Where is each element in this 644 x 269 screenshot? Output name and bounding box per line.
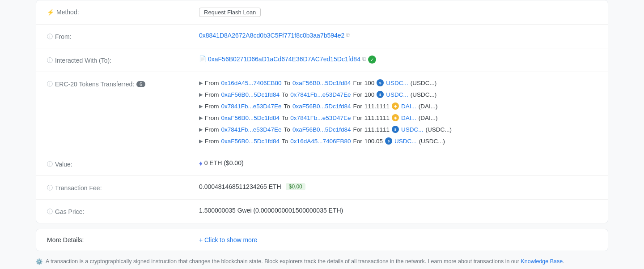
transfer-row-6: ▶ From 0xaF56B0...5Dc1fd84 To 0x16dA45..… <box>199 137 597 145</box>
for-text-1: For <box>353 80 362 86</box>
gas-price-value: 1.500000035 Gwei (0.0000000001500000035 … <box>199 207 597 214</box>
token-full-5: (USDC...) <box>426 126 452 133</box>
transfer-from-5[interactable]: 0x7841Fb...e53D47Ee <box>221 126 282 133</box>
token-link-4[interactable]: DAI... <box>401 115 416 121</box>
transfer-to-4[interactable]: 0x7841Fb...e53D47Ee <box>290 115 351 121</box>
from-text-3: From <box>205 103 219 110</box>
transfer-from-6[interactable]: 0xaF56B0...5Dc1fd84 <box>221 138 280 145</box>
from-label: ⓘ From: <box>47 32 199 41</box>
from-text-2: From <box>205 91 219 98</box>
to-text-1: To <box>284 80 290 86</box>
for-text-5: For <box>353 126 362 133</box>
dai-icon-4: ◈ <box>392 114 399 121</box>
transaction-fee-row: ⓘ Transaction Fee: 0.000481468511234265 … <box>36 176 608 200</box>
arrow-icon-2: ▶ <box>199 92 203 98</box>
token-full-2: (USDC...) <box>411 91 437 98</box>
transfer-row-4: ▶ From 0xaF56B0...5Dc1fd84 To 0x7841Fb..… <box>199 114 597 121</box>
interacted-with-address-link[interactable]: 0xaF56B0271D66aD1aCd674E36D7AC7ed15Dc1fd… <box>208 56 360 63</box>
for-text-2: For <box>353 91 362 98</box>
for-text-4: For <box>353 115 362 121</box>
usdc-icon-2: $ <box>377 91 384 98</box>
token-full-3: (DAI...) <box>419 103 438 110</box>
transfer-from-2[interactable]: 0xaF56B0...5Dc1fd84 <box>221 91 280 98</box>
knowledge-base-link[interactable]: Knowledge Base <box>521 258 563 265</box>
eth-icon: ♦ <box>199 159 203 167</box>
transaction-fee-value: 0.000481468511234265 ETH $0.00 <box>199 183 597 190</box>
from-row: ⓘ From: 0x8841D8A2672A8cd0b3C5Ff771f8c0b… <box>36 25 608 48</box>
footer-note: ⚙️ A transaction is a cryptographically … <box>36 258 608 265</box>
value-amount: ♦ 0 ETH ($0.00) <box>199 159 597 167</box>
value-label: ⓘ Value: <box>47 159 199 168</box>
transfer-from-4[interactable]: 0xaF56B0...5Dc1fd84 <box>221 115 280 121</box>
token-link-6[interactable]: USDC... <box>394 138 417 145</box>
to-text-6: To <box>282 138 288 145</box>
amount-4: 111.1111 <box>364 115 390 121</box>
info-icon-from: ⓘ <box>47 33 53 41</box>
token-link-2[interactable]: USDC... <box>386 91 408 98</box>
token-link-3[interactable]: DAI... <box>401 103 416 110</box>
erc20-row: ⓘ ERC-20 Tokens Transferred: 6 ▶ From 0x… <box>36 72 608 152</box>
method-value: Request Flash Loan <box>199 8 597 17</box>
from-text-5: From <box>205 126 219 133</box>
token-full-4: (DAI...) <box>419 115 438 121</box>
amount-5: 111.1111 <box>364 126 390 133</box>
info-icon-erc20: ⓘ <box>47 80 53 88</box>
token-link-1[interactable]: USDC... <box>386 80 408 86</box>
contract-icon: 📄 <box>199 56 206 62</box>
value-row: ⓘ Value: ♦ 0 ETH ($0.00) <box>36 152 608 176</box>
token-full-6: (USDC...) <box>419 138 445 145</box>
token-link-5[interactable]: USDC... <box>401 126 424 133</box>
transfer-to-2[interactable]: 0x7841Fb...e53D47Ee <box>290 91 351 98</box>
to-text-4: To <box>282 115 288 121</box>
transfer-row-1: ▶ From 0x16dA45...7406EB80 To 0xaF56B0..… <box>199 79 597 86</box>
interacted-with-row: ⓘ Interacted With (To): 📄 0xaF56B0271D66… <box>36 48 608 72</box>
amount-2: 100 <box>364 91 375 98</box>
transfer-from-3[interactable]: 0x7841Fb...e53D47Ee <box>221 103 282 110</box>
method-label: ⚡ Method: <box>47 8 199 16</box>
interacted-with-label: ⓘ Interacted With (To): <box>47 56 199 64</box>
dai-icon-3: ◈ <box>392 102 399 110</box>
transfer-to-1[interactable]: 0xaF56B0...5Dc1fd84 <box>292 80 351 86</box>
method-row: ⚡ Method: Request Flash Loan <box>36 0 608 25</box>
transfer-row-5: ▶ From 0x7841Fb...e53D47Ee To 0xaF56B0..… <box>199 126 597 133</box>
from-text-4: From <box>205 115 219 121</box>
usdc-icon-5: $ <box>392 126 399 133</box>
footer-gear-icon: ⚙️ <box>36 258 43 265</box>
info-icon-fee: ⓘ <box>47 184 53 192</box>
interacted-with-value: 📄 0xaF56B0271D66aD1aCd674E36D7AC7ed15Dc1… <box>199 56 597 64</box>
amount-6: 100.05 <box>364 138 383 145</box>
transfer-row-3: ▶ From 0x7841Fb...e53D47Ee To 0xaF56B0..… <box>199 102 597 110</box>
transfers-list: ▶ From 0x16dA45...7406EB80 To 0xaF56B0..… <box>199 79 597 145</box>
usdc-icon-1: $ <box>377 79 384 86</box>
arrow-icon-4: ▶ <box>199 115 203 121</box>
verified-icon: ✓ <box>368 56 376 64</box>
to-text-5: To <box>284 126 290 133</box>
info-icon-to: ⓘ <box>47 56 53 64</box>
for-text-3: For <box>353 103 362 110</box>
arrow-icon-5: ▶ <box>199 127 203 132</box>
copy-icon-from[interactable]: ⧉ <box>346 32 350 39</box>
usdc-icon-6: $ <box>385 137 392 145</box>
lightning-icon: ⚡ <box>47 9 54 16</box>
transfer-to-3[interactable]: 0xaF56B0...5Dc1fd84 <box>292 103 351 110</box>
from-address-link[interactable]: 0x8841D8A2672A8cd0b3C5Ff771f8c0b3aa7b594… <box>199 32 344 39</box>
from-text-6: From <box>205 138 219 145</box>
more-details-card: More Details: + Click to show more <box>36 229 608 251</box>
show-more-link[interactable]: + Click to show more <box>199 236 257 243</box>
transfer-from-1[interactable]: 0x16dA45...7406EB80 <box>221 80 282 86</box>
arrow-icon-1: ▶ <box>199 80 203 86</box>
erc20-count-badge: 6 <box>136 81 145 87</box>
more-details-label: More Details: <box>47 236 199 243</box>
fee-usd-badge: $0.00 <box>286 183 305 190</box>
info-icon-gas: ⓘ <box>47 208 53 216</box>
gas-price-row: ⓘ Gas Price: 1.500000035 Gwei (0.0000000… <box>36 200 608 223</box>
from-value: 0x8841D8A2672A8cd0b3C5Ff771f8c0b3aa7b594… <box>199 32 597 39</box>
gas-price-label: ⓘ Gas Price: <box>47 207 199 216</box>
transfer-to-5[interactable]: 0xaF56B0...5Dc1fd84 <box>292 126 351 133</box>
transfer-to-6[interactable]: 0x16dA45...7406EB80 <box>290 138 351 145</box>
token-full-1: (USDC...) <box>411 80 437 86</box>
for-text-6: For <box>353 138 362 145</box>
amount-1: 100 <box>364 80 375 86</box>
copy-icon-to[interactable]: ⧉ <box>362 56 366 63</box>
info-icon-value: ⓘ <box>47 160 53 168</box>
